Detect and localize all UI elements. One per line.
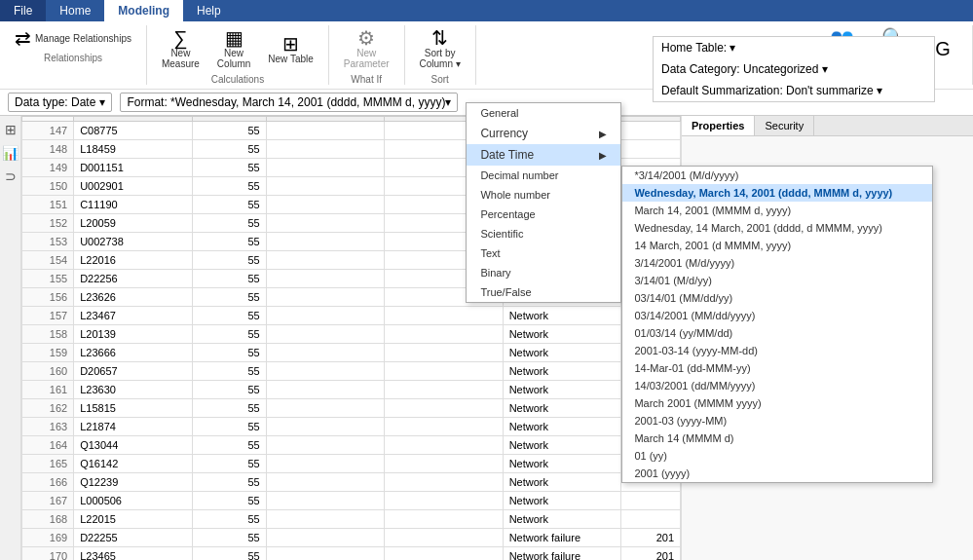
- table-row[interactable]: 158 L20139 55 Network: [22, 325, 681, 344]
- type-percentage[interactable]: Percentage: [467, 205, 620, 224]
- fmt-6[interactable]: 3/14/2001 (M/d/yyyy): [622, 254, 932, 272]
- new-parameter-icon: ⚙: [357, 28, 375, 48]
- cell-val: 55: [192, 436, 266, 455]
- tab-home[interactable]: Home: [46, 0, 104, 21]
- fmt-14[interactable]: March 2001 (MMMM yyyy): [622, 394, 932, 412]
- cell-num: 168: [22, 510, 74, 529]
- cell-col3: [266, 251, 385, 270]
- cell-extra: 201: [621, 529, 681, 547]
- cell-num: 162: [22, 399, 74, 418]
- cell-col3: [266, 529, 385, 547]
- left-sidebar: ⊞ 📊 ⊃: [0, 116, 21, 560]
- fmt-18[interactable]: 2001 (yyyy): [622, 465, 932, 482]
- cell-col4: [385, 529, 504, 547]
- table-row[interactable]: 163 L21874 55 Network: [22, 418, 681, 436]
- table-row[interactable]: 167 L000506 55 Network: [22, 492, 681, 510]
- sort-by-column-button[interactable]: ⇅ Sort byColumn ▾: [413, 25, 468, 72]
- format-label: Format: *Wednesday, March 14, 2001 (dddd…: [127, 95, 451, 109]
- fmt-3[interactable]: March 14, 2001 (MMMM d, yyyy): [622, 202, 932, 219]
- tab-file[interactable]: File: [0, 0, 46, 21]
- home-table-label[interactable]: Home Table: ▾: [661, 41, 735, 55]
- tab-security[interactable]: Security: [755, 116, 814, 135]
- fmt-16[interactable]: March 14 (MMMM d): [622, 429, 932, 447]
- cell-col3: [266, 436, 385, 455]
- type-whole[interactable]: Whole number: [467, 185, 620, 205]
- fmt-7[interactable]: 3/14/01 (M/d/yy): [622, 272, 932, 289]
- cell-extra: [621, 492, 681, 510]
- type-currency[interactable]: Currency ▶: [467, 123, 620, 144]
- type-truefalse[interactable]: True/False: [467, 282, 620, 302]
- sidebar-icon-model[interactable]: ⊃: [3, 167, 19, 186]
- table-row[interactable]: 165 Q16142 55 Network: [22, 455, 681, 473]
- new-column-button[interactable]: ▦ NewColumn: [210, 25, 257, 72]
- cell-num: 164: [22, 436, 74, 455]
- table-row[interactable]: 164 Q13044 55 Network: [22, 436, 681, 455]
- fmt-8[interactable]: 03/14/01 (MM/dd/yy): [622, 289, 932, 307]
- type-decimal[interactable]: Decimal number: [467, 166, 620, 185]
- cell-val: 55: [192, 196, 266, 214]
- format-dropdown[interactable]: Format: *Wednesday, March 14, 2001 (dddd…: [120, 93, 458, 112]
- table-row[interactable]: 166 Q12239 55 Network: [22, 473, 681, 492]
- data-category-label[interactable]: Data Category: Uncategorized ▾: [661, 62, 828, 76]
- cell-col3: [266, 344, 385, 362]
- table-row[interactable]: 162 L15815 55 Network: [22, 399, 681, 418]
- cell-extra: 201: [621, 547, 681, 561]
- new-table-button[interactable]: ⊞ New Table: [261, 31, 320, 67]
- manage-relationships-button[interactable]: ⇄ Manage Relationships: [8, 25, 138, 51]
- sidebar-icon-report[interactable]: 📊: [0, 143, 20, 163]
- cell-num: 170: [22, 547, 74, 561]
- cell-val: 55: [192, 399, 266, 418]
- table-row[interactable]: 170 L23465 55 Network failure 201: [22, 547, 681, 561]
- type-binary[interactable]: Binary: [467, 263, 620, 282]
- sidebar-icon-table[interactable]: ⊞: [3, 120, 19, 139]
- table-row[interactable]: 159 L23666 55 Network: [22, 344, 681, 362]
- type-datetime[interactable]: Date Time ▶: [467, 144, 620, 166]
- default-summarization-label[interactable]: Default Summarization: Don't summarize ▾: [661, 84, 882, 97]
- cell-net: Network: [503, 455, 621, 473]
- cell-col4: [385, 473, 504, 492]
- fmt-9[interactable]: 03/14/2001 (MM/dd/yyyy): [622, 307, 932, 324]
- cell-col4: [385, 362, 504, 381]
- table-row[interactable]: 161 L23630 55 Network: [22, 381, 681, 399]
- type-text[interactable]: Text: [467, 243, 620, 263]
- fmt-2[interactable]: Wednesday, March 14, 2001 (dddd, MMMM d,…: [622, 184, 932, 202]
- new-parameter-button[interactable]: ⚙ NewParameter: [337, 25, 396, 72]
- cell-val: 55: [192, 288, 266, 307]
- fmt-13[interactable]: 14/03/2001 (dd/MM/yyyy): [622, 377, 932, 394]
- table-row[interactable]: 168 L22015 55 Network: [22, 510, 681, 529]
- new-measure-button[interactable]: ∑ NewMeasure: [155, 25, 206, 72]
- tab-modeling[interactable]: Modeling: [104, 0, 183, 21]
- type-general[interactable]: General: [467, 103, 620, 123]
- cell-val: 55: [192, 233, 266, 251]
- cell-num: 157: [22, 307, 74, 325]
- cell-id: L23666: [74, 344, 193, 362]
- cell-net: Network: [503, 418, 621, 436]
- tab-help[interactable]: Help: [183, 0, 235, 21]
- cell-col4: [385, 510, 504, 529]
- table-row[interactable]: 169 D22255 55 Network failure 201: [22, 529, 681, 547]
- fmt-11[interactable]: 2001-03-14 (yyyy-MM-dd): [622, 342, 932, 359]
- fmt-1[interactable]: *3/14/2001 (M/d/yyyy): [622, 167, 932, 184]
- cell-val: 55: [192, 307, 266, 325]
- col-header-extra: [621, 117, 681, 122]
- fmt-17[interactable]: 01 (yy): [622, 447, 932, 465]
- tab-properties[interactable]: Properties: [682, 116, 755, 135]
- ribbon-tabs: File Home Modeling Help: [0, 0, 973, 21]
- cell-net: Network failure: [503, 547, 621, 561]
- cell-val: 55: [192, 214, 266, 233]
- fmt-15[interactable]: 2001-03 (yyyy-MM): [622, 412, 932, 429]
- new-measure-label: NewMeasure: [162, 48, 200, 69]
- fmt-5[interactable]: 14 March, 2001 (d MMMM, yyyy): [622, 237, 932, 254]
- data-type-dropdown[interactable]: Data type: Date ▾: [8, 93, 112, 112]
- cell-col4: [385, 492, 504, 510]
- table-row[interactable]: 160 D20657 55 Network: [22, 362, 681, 381]
- fmt-4[interactable]: Wednesday, 14 March, 2001 (dddd, d MMMM,…: [622, 219, 932, 237]
- fmt-12[interactable]: 14-Mar-01 (dd-MMM-yy): [622, 359, 932, 377]
- cell-id: L22016: [74, 251, 193, 270]
- type-scientific[interactable]: Scientific: [467, 224, 620, 243]
- table-row[interactable]: 157 L23467 55 Network: [22, 307, 681, 325]
- cell-val: 55: [192, 251, 266, 270]
- relationships-group-label: Relationships: [44, 53, 102, 63]
- fmt-10[interactable]: 01/03/14 (yy/MM/dd): [622, 324, 932, 342]
- cell-id: L23630: [74, 381, 193, 399]
